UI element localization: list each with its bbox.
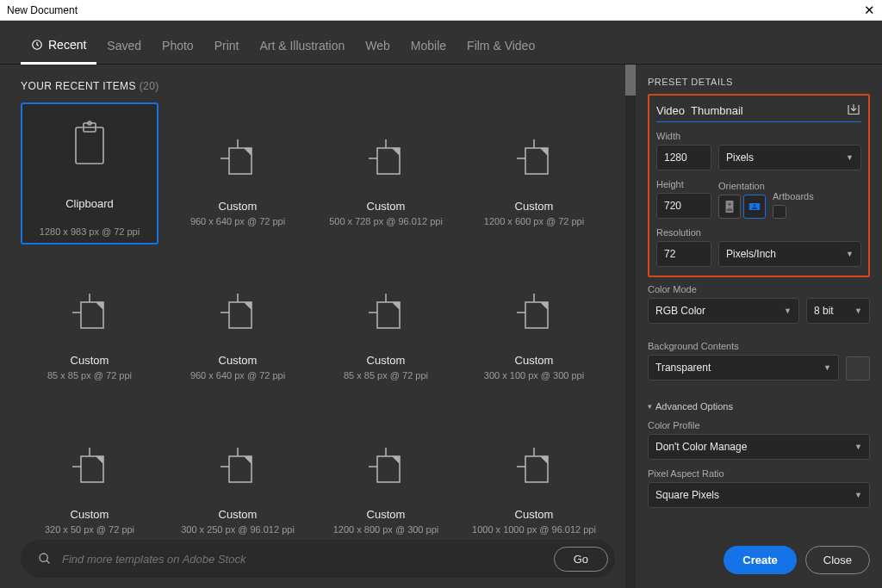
svg-point-42 — [754, 204, 755, 206]
presets-panel: YOUR RECENT ITEMS (20) Clipboard1280 x 9… — [0, 65, 625, 588]
preset-card[interactable]: Custom85 x 85 px @ 72 ppi — [21, 257, 158, 399]
preset-card-desc: 1280 x 983 px @ 72 ppi — [40, 226, 140, 237]
document-icon — [65, 434, 114, 503]
scrollbar[interactable] — [625, 65, 636, 588]
close-window-icon[interactable]: ✕ — [864, 3, 875, 18]
preset-card[interactable]: Custom320 x 50 px @ 72 ppi — [21, 411, 158, 553]
artboards-label: Artboards — [773, 191, 814, 201]
tab-art-illustration[interactable]: Art & Illustration — [249, 33, 355, 64]
preset-card-name: Custom — [367, 200, 406, 213]
advanced-toggle[interactable]: ▾ Advanced Options — [648, 401, 870, 412]
preset-card-desc: 1200 x 800 px @ 300 ppi — [333, 524, 438, 535]
pixel-aspect-ratio-select[interactable]: Square Pixels▼ — [648, 482, 870, 508]
chevron-down-icon: ▼ — [823, 363, 831, 372]
color-mode-select[interactable]: RGB Color▼ — [648, 298, 799, 324]
search-icon — [38, 552, 52, 566]
document-icon — [510, 434, 558, 503]
preset-name-input[interactable] — [656, 104, 846, 117]
color-profile-select[interactable]: Don't Color Manage▼ — [648, 434, 870, 460]
preset-card-name: Custom — [515, 200, 554, 213]
orientation-label: Orientation — [718, 181, 766, 191]
save-preset-icon[interactable] — [846, 102, 861, 118]
background-label: Background Contents — [648, 341, 870, 351]
resolution-input[interactable] — [656, 241, 711, 267]
height-input[interactable] — [656, 193, 711, 219]
tab-mobile[interactable]: Mobile — [401, 33, 457, 64]
preset-card-desc: 85 x 85 px @ 72 ppi — [344, 370, 428, 381]
svg-point-40 — [728, 203, 731, 207]
tab-recent[interactable]: Recent — [21, 33, 96, 65]
preset-card[interactable]: Custom960 x 640 px @ 72 ppi — [169, 257, 307, 399]
preset-grid: Clipboard1280 x 983 px @ 72 ppiCustom960… — [21, 102, 625, 553]
document-icon — [510, 126, 558, 195]
document-icon — [65, 280, 114, 349]
preset-card-desc: 85 x 85 px @ 72 ppi — [47, 370, 132, 381]
chevron-down-icon: ▼ — [854, 443, 862, 451]
chevron-down-icon: ▼ — [846, 250, 854, 258]
category-tabs: RecentSavedPhotoPrintArt & IllustrationW… — [0, 21, 882, 65]
close-button[interactable]: Close — [805, 546, 870, 574]
background-select[interactable]: Transparent▼ — [648, 355, 839, 381]
preset-card[interactable]: Custom960 x 640 px @ 72 ppi — [169, 102, 307, 244]
color-mode-label: Color Mode — [648, 284, 870, 294]
width-unit-select[interactable]: Pixels▼ — [718, 145, 861, 170]
tab-film-video[interactable]: Film & Video — [457, 33, 545, 64]
width-input[interactable] — [656, 145, 711, 170]
preset-card-name: Clipboard — [65, 197, 114, 210]
document-icon — [362, 126, 410, 195]
orientation-portrait-button[interactable] — [718, 195, 741, 219]
preset-card[interactable]: Custom85 x 85 px @ 72 ppi — [317, 257, 455, 399]
stock-search-bar: Go — [21, 540, 615, 578]
preset-card[interactable]: Custom500 x 728 px @ 96.012 ppi — [317, 102, 455, 244]
preset-card[interactable]: Custom1200 x 800 px @ 300 ppi — [317, 411, 455, 553]
preset-card-name: Custom — [71, 354, 109, 367]
svg-line-38 — [47, 560, 49, 563]
tab-print[interactable]: Print — [204, 33, 250, 64]
clipboard-icon — [71, 110, 109, 179]
height-label: Height — [656, 179, 711, 189]
window-title: New Document — [7, 4, 78, 16]
artboards-checkbox[interactable] — [773, 205, 786, 219]
document-icon — [362, 280, 410, 349]
preset-card-desc: 300 x 250 px @ 96.012 ppi — [181, 524, 295, 535]
document-icon — [214, 434, 262, 503]
clock-icon — [31, 39, 43, 51]
svg-point-37 — [40, 554, 47, 561]
resolution-unit-select[interactable]: Pixels/Inch▼ — [718, 241, 861, 267]
orientation-landscape-button[interactable] — [743, 195, 766, 219]
tab-photo[interactable]: Photo — [152, 33, 204, 64]
stock-search-input[interactable] — [62, 553, 543, 566]
preset-card-name: Custom — [367, 354, 406, 367]
preset-details-header: PRESET DETAILS — [648, 77, 870, 87]
background-color-swatch[interactable] — [846, 356, 870, 381]
bit-depth-select[interactable]: 8 bit▼ — [806, 298, 870, 324]
chevron-down-icon: ▼ — [854, 306, 862, 315]
document-icon — [214, 126, 262, 195]
document-icon — [510, 280, 558, 349]
go-button[interactable]: Go — [554, 547, 608, 572]
preset-card[interactable]: Clipboard1280 x 983 px @ 72 ppi — [21, 102, 158, 244]
preset-card[interactable]: Custom300 x 250 px @ 96.012 ppi — [169, 411, 307, 553]
preset-card[interactable]: Custom1200 x 600 px @ 72 ppi — [465, 102, 603, 244]
tab-saved[interactable]: Saved — [96, 33, 152, 64]
document-icon — [362, 434, 410, 503]
document-icon — [214, 280, 262, 349]
preset-card[interactable]: Custom1000 x 1000 px @ 96.012 ppi — [465, 411, 603, 553]
preset-card-desc: 320 x 50 px @ 72 ppi — [45, 524, 134, 535]
recent-header: YOUR RECENT ITEMS (20) — [21, 80, 625, 92]
width-label: Width — [656, 131, 861, 141]
create-button[interactable]: Create — [724, 546, 796, 574]
preset-card[interactable]: Custom300 x 100 px @ 300 ppi — [465, 257, 603, 399]
highlight-region: Width Pixels▼ Height Orientation — [648, 94, 870, 277]
chevron-down-icon: ▾ — [648, 402, 652, 411]
color-profile-label: Color Profile — [648, 420, 870, 430]
window-titlebar: New Document ✕ — [0, 0, 882, 21]
tab-web[interactable]: Web — [355, 33, 401, 64]
preset-card-name: Custom — [515, 508, 554, 521]
resolution-label: Resolution — [656, 227, 861, 238]
preset-details-panel: PRESET DETAILS Width Pixels▼ Height — [636, 65, 882, 588]
preset-card-desc: 1000 x 1000 px @ 96.012 ppi — [472, 524, 596, 535]
preset-card-name: Custom — [219, 354, 258, 367]
svg-rect-1 — [76, 127, 103, 164]
preset-card-name: Custom — [219, 200, 258, 213]
